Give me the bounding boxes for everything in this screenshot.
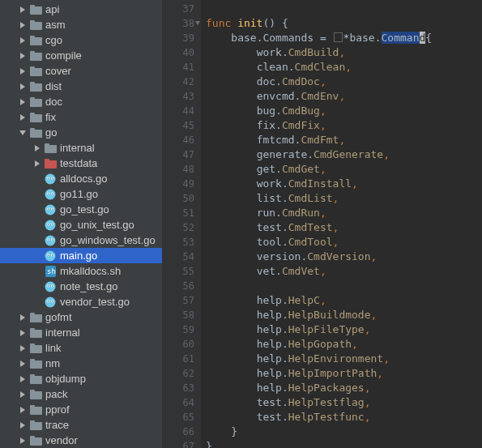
gutter-line-number[interactable]: 47: [162, 147, 194, 162]
tree-folder[interactable]: pprof: [0, 402, 162, 417]
code-line[interactable]: clean.CmdClean,: [206, 60, 482, 75]
tree-file[interactable]: go_unix_test.go: [0, 217, 162, 233]
gutter-line-number[interactable]: 57: [162, 293, 194, 308]
chevron-right-icon[interactable]: [18, 6, 28, 13]
gutter-line-number[interactable]: 42: [162, 75, 194, 89]
tree-folder[interactable]: asm: [0, 17, 162, 32]
tree-folder[interactable]: cover: [0, 63, 162, 79]
tree-folder[interactable]: gofmt: [0, 309, 162, 325]
tree-file[interactable]: vendor_test.go: [0, 294, 162, 309]
gutter-line-number[interactable]: 41: [162, 60, 194, 75]
chevron-right-icon[interactable]: [18, 68, 28, 75]
code-line[interactable]: fmtcmd.CmdFmt,: [206, 133, 482, 147]
tree-file[interactable]: shmkalldocs.sh: [0, 263, 162, 279]
gutter-line-number[interactable]: 38: [162, 16, 194, 31]
code-line[interactable]: }: [206, 425, 482, 439]
editor-code-area[interactable]: func init() { base.Commands = *base.Comm…: [201, 0, 482, 448]
tree-folder[interactable]: doc: [0, 94, 162, 109]
gutter-line-number[interactable]: 45: [162, 118, 194, 133]
tree-folder[interactable]: nm: [0, 356, 162, 371]
gutter-line-number[interactable]: 66: [162, 425, 194, 439]
gutter-line-number[interactable]: 63: [162, 381, 194, 395]
editor-gutter[interactable]: 3738394041424344454647484950515253545556…: [162, 0, 201, 448]
gutter-line-number[interactable]: 40: [162, 45, 194, 60]
code-line[interactable]: [206, 2, 482, 16]
chevron-right-icon[interactable]: [18, 391, 28, 398]
code-line[interactable]: [206, 279, 482, 293]
code-line[interactable]: help.HelpC,: [206, 293, 482, 308]
tree-folder[interactable]: testdata: [0, 156, 162, 171]
gutter-line-number[interactable]: 43: [162, 89, 194, 104]
code-line[interactable]: help.HelpFileType,: [206, 322, 482, 337]
tree-folder[interactable]: dist: [0, 79, 162, 94]
tree-folder[interactable]: go: [0, 125, 162, 140]
tree-folder[interactable]: link: [0, 340, 162, 356]
tree-folder[interactable]: internal: [0, 140, 162, 156]
code-line[interactable]: list.CmdList,: [206, 191, 482, 206]
chevron-right-icon[interactable]: [18, 83, 28, 90]
code-line[interactable]: bug.CmdBug,: [206, 104, 482, 118]
code-line[interactable]: help.HelpImportPath,: [206, 366, 482, 381]
tree-folder[interactable]: objdump: [0, 371, 162, 386]
code-line[interactable]: work.CmdBuild,: [206, 45, 482, 60]
gutter-line-number[interactable]: 55: [162, 264, 194, 279]
chevron-right-icon[interactable]: [18, 114, 28, 121]
gutter-line-number[interactable]: 61: [162, 352, 194, 366]
tree-file[interactable]: go11.go: [0, 186, 162, 202]
gutter-line-number[interactable]: 46: [162, 133, 194, 147]
gutter-line-number[interactable]: 49: [162, 177, 194, 191]
code-line[interactable]: get.CmdGet,: [206, 162, 482, 177]
gutter-line-number[interactable]: 64: [162, 395, 194, 410]
tree-file[interactable]: go_test.go: [0, 202, 162, 217]
chevron-right-icon[interactable]: [18, 361, 28, 367]
tree-folder[interactable]: cgo: [0, 32, 162, 48]
tree-folder[interactable]: api: [0, 2, 162, 17]
code-line[interactable]: help.HelpGopath,: [206, 337, 482, 352]
chevron-right-icon[interactable]: [32, 160, 42, 167]
tree-folder[interactable]: pack: [0, 386, 162, 402]
tree-folder[interactable]: compile: [0, 48, 162, 63]
chevron-right-icon[interactable]: [18, 376, 28, 382]
gutter-line-number[interactable]: 62: [162, 366, 194, 381]
chevron-right-icon[interactable]: [18, 37, 28, 44]
gutter-line-number[interactable]: 67: [162, 439, 194, 448]
tree-file[interactable]: main.go: [0, 248, 162, 263]
gutter-line-number[interactable]: 50: [162, 191, 194, 206]
code-line[interactable]: version.CmdVersion,: [206, 250, 482, 264]
gutter-line-number[interactable]: 48: [162, 162, 194, 177]
chevron-right-icon[interactable]: [18, 53, 28, 59]
chevron-right-icon[interactable]: [18, 314, 28, 321]
code-line[interactable]: envcmd.CmdEnv,: [206, 89, 482, 104]
code-line[interactable]: test.HelpTestfunc,: [206, 410, 482, 425]
tree-folder[interactable]: vendor: [0, 433, 162, 448]
chevron-right-icon[interactable]: [18, 437, 28, 444]
tree-file[interactable]: alldocs.go: [0, 171, 162, 186]
code-line[interactable]: doc.CmdDoc,: [206, 75, 482, 89]
code-line[interactable]: func init() {: [206, 16, 482, 31]
chevron-right-icon[interactable]: [18, 99, 28, 105]
tree-file[interactable]: note_test.go: [0, 279, 162, 294]
gutter-line-number[interactable]: 58: [162, 308, 194, 322]
gutter-line-number[interactable]: 59: [162, 322, 194, 337]
gutter-line-number[interactable]: 51: [162, 206, 194, 220]
chevron-right-icon[interactable]: [18, 22, 28, 28]
code-line[interactable]: work.CmdInstall,: [206, 177, 482, 191]
gutter-line-number[interactable]: 56: [162, 279, 194, 293]
chevron-right-icon[interactable]: [18, 422, 28, 429]
tree-folder[interactable]: internal: [0, 325, 162, 340]
gutter-line-number[interactable]: 53: [162, 235, 194, 250]
chevron-right-icon[interactable]: [32, 145, 42, 151]
project-tree[interactable]: apiasmcgocompilecoverdistdocfixgointerna…: [0, 0, 162, 448]
gutter-line-number[interactable]: 39: [162, 31, 194, 45]
gutter-line-number[interactable]: 37: [162, 2, 194, 16]
tree-folder[interactable]: fix: [0, 109, 162, 125]
code-line[interactable]: help.HelpEnvironment,: [206, 352, 482, 366]
chevron-right-icon[interactable]: [18, 330, 28, 336]
tree-folder[interactable]: trace: [0, 417, 162, 433]
code-line[interactable]: vet.CmdVet,: [206, 264, 482, 279]
gutter-line-number[interactable]: 54: [162, 250, 194, 264]
chevron-down-icon[interactable]: [18, 130, 28, 136]
code-line[interactable]: run.CmdRun,: [206, 206, 482, 220]
code-line[interactable]: base.Commands = *base.Command{: [206, 31, 482, 45]
gutter-line-number[interactable]: 52: [162, 220, 194, 235]
